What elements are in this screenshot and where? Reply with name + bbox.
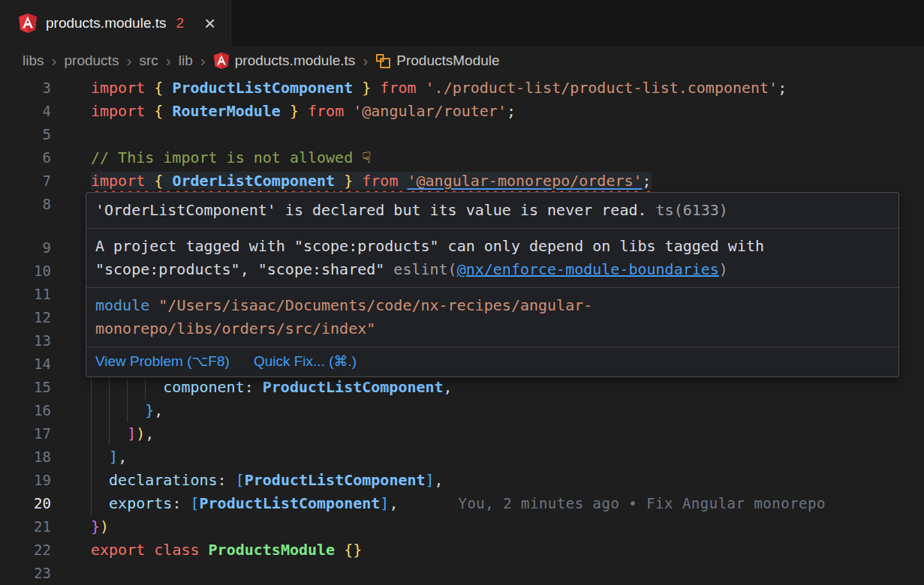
- token: from: [362, 172, 407, 190]
- hover-section-2: A project tagged with "scope:products" c…: [86, 229, 898, 288]
- code-line[interactable]: 17]),: [0, 422, 924, 446]
- breadcrumb: libs›products›src›lib› products.module.t…: [0, 46, 924, 75]
- import-path-link[interactable]: '@angular-monorepo/orders': [407, 172, 642, 190]
- token: ;: [643, 172, 652, 190]
- hover-actions: View Problem (⌥F8)Quick Fix... (⌘.): [86, 347, 898, 376]
- line-number: 23: [0, 562, 51, 585]
- token: component: [163, 378, 244, 396]
- token: ☟: [362, 148, 371, 166]
- breadcrumb-item-libs[interactable]: libs: [23, 52, 44, 69]
- line-number: 19: [0, 469, 51, 492]
- code-content: [51, 123, 924, 146]
- code-line[interactable]: 20exports: [ProductListComponent],You, 2…: [0, 492, 924, 515]
- breadcrumb-item-products-module-ts[interactable]: products.module.ts: [213, 50, 356, 71]
- code-content: // This import is not allowed ☟: [51, 146, 924, 170]
- hover-text: monorepo/libs/orders/src/index": [95, 320, 375, 338]
- token: ,: [444, 378, 453, 396]
- token: ProductListComponent: [172, 79, 353, 97]
- token: }: [281, 102, 308, 120]
- breadcrumb-item-lib[interactable]: lib: [179, 52, 193, 69]
- code-content: import { RouterModule } from '@angular/r…: [51, 100, 924, 123]
- chevron-right-icon: ›: [200, 52, 206, 70]
- breadcrumb-item-products[interactable]: products: [65, 52, 119, 69]
- hover-text: 'OrderListComponent' is declared but its…: [95, 201, 647, 219]
- token: {}: [344, 541, 362, 559]
- code-line[interactable]: 16},: [0, 399, 924, 422]
- code-content: import { ProductListComponent } from './…: [51, 76, 924, 100]
- breadcrumb-label: lib: [179, 52, 193, 69]
- token: ]: [109, 448, 118, 466]
- token: }: [145, 401, 154, 419]
- error-squiggle: import { OrderListComponent } from '@ang…: [91, 172, 652, 190]
- tab-title: products.module.ts: [46, 15, 167, 32]
- line-number: 16: [0, 399, 51, 422]
- line-number: 11: [0, 283, 51, 306]
- indent-guide: [91, 422, 109, 446]
- hover-text: "scope:products", "scope:shared": [95, 260, 393, 278]
- code-line[interactable]: 4import { RouterModule } from '@angular/…: [0, 100, 924, 123]
- token: {: [154, 172, 172, 190]
- code-line[interactable]: 23: [0, 562, 924, 585]
- token: declarations: [109, 471, 218, 489]
- breadcrumb-label: products.module.ts: [235, 52, 356, 69]
- code-line[interactable]: 6// This import is not allowed ☟: [0, 146, 924, 170]
- view-problem-link[interactable]: View Problem (⌥F8): [95, 350, 230, 373]
- token: from: [380, 79, 425, 97]
- breadcrumb-item-src[interactable]: src: [139, 52, 158, 69]
- angular-icon: [18, 13, 38, 34]
- breadcrumb-item-productsmodule[interactable]: ProductsModule: [375, 52, 499, 69]
- hover-text: module: [95, 296, 158, 314]
- token: }: [353, 79, 380, 97]
- token: import: [91, 102, 154, 120]
- line-number: 7: [0, 170, 51, 193]
- line-number: 4: [0, 100, 51, 123]
- breadcrumb-label: src: [139, 52, 158, 69]
- code-content: component: ProductListComponent,: [51, 376, 924, 399]
- token: ProductListComponent: [245, 471, 426, 489]
- token: // This import is not allowed: [91, 148, 362, 166]
- vscode-editor-window: products.module.ts 2 × libs›products›src…: [0, 0, 924, 585]
- token: ProductListComponent: [200, 494, 381, 512]
- token: :: [218, 471, 236, 489]
- indent-guide: [127, 376, 145, 399]
- code-line[interactable]: 7import { OrderListComponent } from '@an…: [0, 170, 924, 193]
- line-number: 8: [0, 193, 51, 216]
- close-icon[interactable]: ×: [204, 14, 215, 33]
- code-content: declarations: [ProductListComponent],: [51, 469, 924, 492]
- line-number: 3: [0, 76, 51, 100]
- indent-guide: [91, 492, 109, 515]
- indent-guide: [109, 376, 127, 399]
- code-content: exports: [ProductListComponent],You, 2 m…: [51, 492, 924, 515]
- hover-line: 'OrderListComponent' is declared but its…: [95, 199, 889, 222]
- token: ,: [118, 448, 127, 466]
- token: ): [100, 518, 109, 536]
- code-line[interactable]: 19declarations: [ProductListComponent],: [0, 469, 924, 492]
- chevron-right-icon: ›: [362, 52, 369, 70]
- tab-bar: products.module.ts 2 ×: [0, 0, 924, 46]
- token: ,: [145, 424, 154, 442]
- eslint-rule-link[interactable]: @nx/enforce-module-boundaries: [457, 260, 719, 278]
- line-number: 21: [0, 515, 51, 538]
- code-content: import { OrderListComponent } from '@ang…: [51, 170, 924, 193]
- code-line[interactable]: 5: [0, 123, 924, 146]
- token: ;: [778, 79, 787, 97]
- tab-products-module[interactable]: products.module.ts 2 ×: [0, 0, 231, 46]
- hover-text: A project tagged with "scope:products" c…: [95, 237, 764, 255]
- token: {: [154, 102, 172, 120]
- angular-icon: [213, 50, 230, 71]
- hover-text: eslint(: [393, 260, 456, 278]
- token: ,: [154, 401, 163, 419]
- quick-fix-link[interactable]: Quick Fix... (⌘.): [254, 350, 357, 373]
- code-line[interactable]: 22export class ProductsModule {}: [0, 538, 924, 562]
- code-content: ]),: [51, 422, 924, 446]
- code-line[interactable]: 3import { ProductListComponent } from '.…: [0, 76, 924, 100]
- code-line[interactable]: 15component: ProductListComponent,: [0, 376, 924, 399]
- chevron-right-icon: ›: [51, 52, 58, 70]
- line-number: 14: [0, 352, 51, 376]
- indent-guide: [145, 376, 163, 399]
- token: import: [91, 172, 154, 190]
- code-line[interactable]: 18],: [0, 446, 924, 469]
- hover-text: ts(6133): [647, 201, 728, 219]
- code-line[interactable]: 21}): [0, 515, 924, 538]
- breadcrumb-label: libs: [23, 52, 44, 69]
